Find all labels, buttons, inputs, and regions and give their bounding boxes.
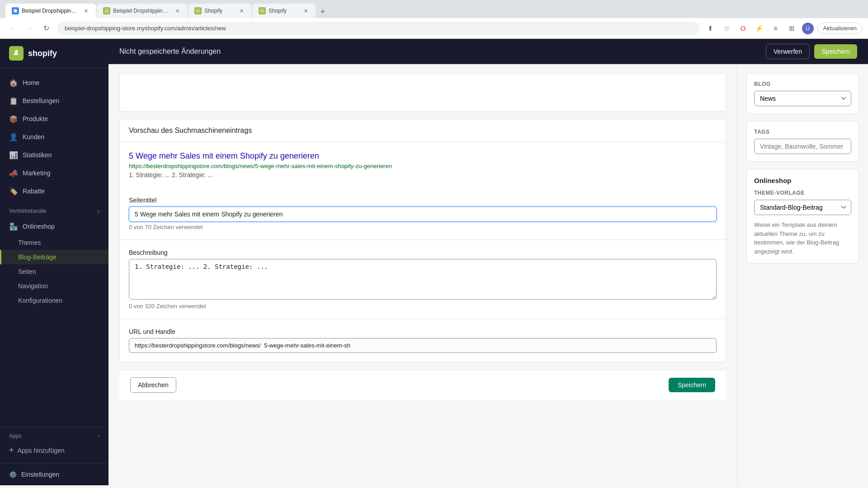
top-partial-card — [119, 73, 726, 112]
settings-section: ⚙️ Einstellungen — [0, 463, 108, 485]
profile-icon[interactable]: U — [802, 23, 814, 34]
topbar-title: Nicht gespeicherte Änderungen — [119, 47, 221, 56]
top-partial-content — [120, 74, 726, 111]
sidebar-item-blog-beitraege[interactable]: Blog-Beiträge — [0, 250, 108, 264]
app-layout: shopify 🏠 Home 📋 Bestellungen 📦 Produkte… — [0, 39, 868, 485]
add-apps-button[interactable]: + Apps hinzufügen — [9, 443, 99, 458]
vertriebskanaele-header[interactable]: Vertriebskanäle › — [0, 200, 108, 217]
svg-rect-1 — [104, 9, 109, 13]
abbrechen-button[interactable]: Abbrechen — [130, 377, 176, 393]
seitentitel-section: Seitentitel 0 von 70 Zeichen verwendet — [120, 188, 726, 239]
settings-label: Einstellungen — [21, 471, 59, 478]
seo-section-title: Vorschau des Suchmaschineneintrags — [129, 127, 717, 135]
vertriebskanaele-label: Vertriebskanäle — [9, 208, 47, 214]
sidebar-item-seiten[interactable]: Seiten — [0, 264, 108, 279]
window-icon[interactable]: ⊞ — [786, 22, 798, 35]
article-content-textarea[interactable] — [129, 83, 717, 101]
blog-label: Blog — [754, 81, 851, 87]
browser-chrome: Beispiel Dropshipping Store ·... ✕ Beisp… — [0, 0, 868, 39]
settings-icon: ⚙️ — [9, 471, 17, 478]
tab-close-1[interactable]: ✕ — [82, 7, 90, 14]
share-icon[interactable]: ⬆ — [704, 22, 717, 35]
bookmark-icon[interactable]: ☆ — [721, 22, 733, 35]
apps-chevron-icon: › — [98, 433, 99, 439]
url-input[interactable] — [129, 338, 717, 353]
tab-label-3: Shopify — [204, 8, 222, 14]
seiten-label: Seiten — [18, 268, 36, 275]
tags-input[interactable] — [754, 139, 851, 154]
sidebar-item-bestellungen[interactable]: 📋 Bestellungen — [0, 92, 108, 110]
beschreibung-label: Beschreibung — [129, 249, 717, 256]
address-bar[interactable]: beispiel-dropshipping-store.myshopify.co… — [57, 22, 700, 35]
plus-icon: + — [9, 446, 14, 455]
apps-label: Apps — [9, 433, 21, 439]
home-icon: 🏠 — [9, 78, 18, 87]
beschreibung-textarea[interactable]: 1. Strategie: ... 2. Strategie: ... — [129, 259, 717, 300]
tab-favicon-3 — [194, 7, 202, 14]
speichern-top-button[interactable]: Speichern — [814, 44, 857, 59]
sidebar-item-produkte[interactable]: 📦 Produkte — [0, 110, 108, 128]
menu-icon[interactable]: ≡ — [769, 22, 782, 35]
sidebar-item-themes[interactable]: Themes — [0, 235, 108, 250]
seo-preview-description: 1. Strategie: ... 2. Strategie: ... — [129, 171, 717, 178]
onlineshop-icon: 🏪 — [9, 222, 18, 231]
sidebar-item-rabatte[interactable]: 🏷️ Rabatte — [0, 182, 108, 200]
seo-preview-title-link[interactable]: 5 Wege mehr Sales mit einem Shopify zu g… — [129, 151, 319, 160]
speichern-bottom-button[interactable]: Speichern — [669, 378, 715, 392]
sidebar-item-marketing[interactable]: 📣 Marketing — [0, 164, 108, 182]
seitentitel-hint: 0 von 70 Zeichen verwendet — [129, 224, 717, 230]
seo-preview-url: https://besterdropshippingstore.com/blog… — [129, 163, 717, 169]
reload-button[interactable]: ↻ — [40, 22, 52, 35]
tab-close-4[interactable]: ✕ — [302, 7, 309, 14]
new-tab-button[interactable]: + — [316, 5, 329, 18]
sidebar-item-kunden[interactable]: 👤 Kunden — [0, 128, 108, 146]
tab-label-1: Beispiel Dropshipping Store ·... — [22, 8, 80, 14]
tab-favicon-2 — [103, 7, 110, 14]
customers-icon: 👤 — [9, 132, 18, 141]
browser-toolbar: ← → ↻ beispiel-dropshipping-store.myshop… — [0, 18, 868, 39]
svg-rect-2 — [196, 9, 200, 13]
opera-icon[interactable]: O — [737, 22, 750, 35]
theme-vorlage-select[interactable]: Standard-Blog-Beitrag — [754, 200, 851, 215]
sidebar-item-label-produkte: Produkte — [23, 115, 48, 122]
sidebar-item-statistiken[interactable]: 📊 Statistiken — [0, 146, 108, 164]
tab-3[interactable]: Shopify ✕ — [188, 4, 251, 18]
sidebar-item-label-bestellungen: Bestellungen — [23, 97, 59, 104]
sidebar-item-konfigurationen[interactable]: Konfigurationen — [0, 293, 108, 308]
konfigurationen-label: Konfigurationen — [18, 297, 62, 304]
themes-label: Themes — [18, 239, 41, 246]
sidebar-item-label-home: Home — [23, 79, 39, 86]
onlineshop-section-title: Onlineshop — [754, 177, 851, 184]
add-apps-label: Apps hinzufügen — [18, 447, 65, 454]
tab-1[interactable]: Beispiel Dropshipping Store ·... ✕ — [5, 4, 96, 18]
sidebar-item-home[interactable]: 🏠 Home — [0, 74, 108, 92]
svg-rect-3 — [260, 9, 264, 13]
sidebar-item-label-statistiken: Statistiken — [23, 151, 52, 159]
sidebar-item-label-onlineshop: Onlineshop — [23, 223, 55, 230]
extension-icon[interactable]: ⚡ — [753, 22, 766, 35]
forward-button[interactable]: → — [23, 22, 35, 35]
apps-section: Apps › + Apps hinzufügen — [0, 427, 108, 463]
settings-button[interactable]: ⚙️ Einstellungen — [9, 471, 99, 478]
tab-4[interactable]: Shopify ✕ — [252, 4, 316, 18]
tags-card: TAGS — [746, 121, 859, 162]
seitentitel-label: Seitentitel — [129, 197, 717, 204]
seitentitel-input[interactable] — [129, 206, 717, 222]
tab-close-2[interactable]: ✕ — [174, 7, 181, 14]
tab-close-3[interactable]: ✕ — [238, 7, 245, 14]
tab-favicon-1 — [12, 7, 19, 14]
sidebar-item-navigation[interactable]: Navigation — [0, 279, 108, 293]
bottom-actions: Abbrechen Speichern — [119, 370, 726, 400]
back-button[interactable]: ← — [5, 22, 18, 35]
navigation-label: Navigation — [18, 282, 48, 290]
right-sidebar: Blog News Allgemein TAGS Onlineshop Them… — [737, 64, 868, 485]
sidebar-item-label-rabatte: Rabatte — [23, 188, 45, 195]
marketing-icon: 📣 — [9, 169, 18, 178]
seo-card-body: 5 Wege mehr Sales mit einem Shopify zu g… — [120, 142, 726, 188]
sidebar-item-onlineshop[interactable]: 🏪 Onlineshop — [0, 217, 108, 235]
aktualisieren-button[interactable]: Aktualisieren — [817, 23, 863, 34]
tab-2[interactable]: Beispiel Dropshipping Store ✕ — [97, 4, 187, 18]
blog-select[interactable]: News Allgemein — [754, 91, 851, 106]
tags-label: TAGS — [754, 129, 851, 135]
verwerfen-button[interactable]: Verwerfen — [766, 44, 810, 59]
